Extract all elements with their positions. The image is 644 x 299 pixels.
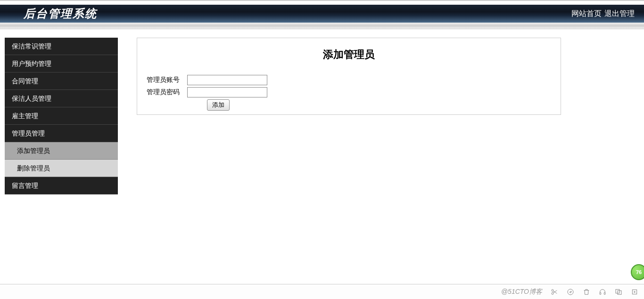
floating-badge[interactable]: 76 [631, 264, 644, 280]
password-label: 管理员密码 [147, 88, 187, 97]
sidebar-item-user-appointment[interactable]: 用户预约管理 [5, 55, 118, 73]
svg-rect-3 [600, 292, 601, 294]
svg-point-2 [568, 289, 573, 295]
form-row-password: 管理员密码 [147, 87, 551, 97]
headphones-icon[interactable] [599, 288, 606, 296]
top-space [0, 1, 644, 5]
trash-icon[interactable] [583, 288, 590, 296]
panel-title: 添加管理员 [147, 48, 551, 62]
header-links: 网站首页 退出管理 [571, 9, 635, 19]
bottom-bar: @51CTO博客 [0, 284, 644, 299]
sidebar-item-cleaning-staff[interactable]: 保洁人员管理 [5, 90, 118, 107]
form-row-account: 管理员账号 [147, 75, 551, 85]
sidebar-sub-delete-admin[interactable]: 删除管理员 [5, 160, 118, 177]
sidebar-item-admin[interactable]: 管理员管理 [5, 125, 118, 142]
submit-button[interactable]: 添加 [207, 99, 230, 111]
compass-icon[interactable] [567, 288, 574, 296]
sidebar-sub-add-admin[interactable]: 添加管理员 [5, 142, 118, 160]
watermark-text: @51CTO博客 [501, 288, 542, 296]
form-button-row: 添加 [147, 99, 551, 111]
scissors-icon[interactable] [551, 288, 558, 296]
sidebar-item-cleaning-knowledge[interactable]: 保洁常识管理 [5, 38, 118, 55]
password-input[interactable] [187, 87, 267, 97]
layers-icon[interactable] [615, 288, 622, 296]
account-label: 管理员账号 [147, 76, 187, 84]
sidebar-item-messages[interactable]: 留言管理 [5, 177, 118, 194]
main-panel: 添加管理员 管理员账号 管理员密码 添加 [137, 38, 561, 115]
account-input[interactable] [187, 75, 267, 85]
expand-icon[interactable] [631, 288, 638, 296]
body-wrap: 保洁常识管理 用户预约管理 合同管理 保洁人员管理 雇主管理 管理员管理 添加管… [0, 29, 644, 194]
logout-link[interactable]: 退出管理 [604, 9, 635, 19]
header-bar: 后台管理系统 网站首页 退出管理 [0, 5, 644, 23]
sidebar-item-employer[interactable]: 雇主管理 [5, 107, 118, 125]
system-title: 后台管理系统 [24, 6, 97, 21]
sidebar-item-contract[interactable]: 合同管理 [5, 73, 118, 90]
home-link[interactable]: 网站首页 [571, 9, 602, 19]
sub-bar [0, 23, 644, 29]
svg-rect-4 [604, 292, 605, 294]
sidebar: 保洁常识管理 用户预约管理 合同管理 保洁人员管理 雇主管理 管理员管理 添加管… [5, 38, 118, 194]
